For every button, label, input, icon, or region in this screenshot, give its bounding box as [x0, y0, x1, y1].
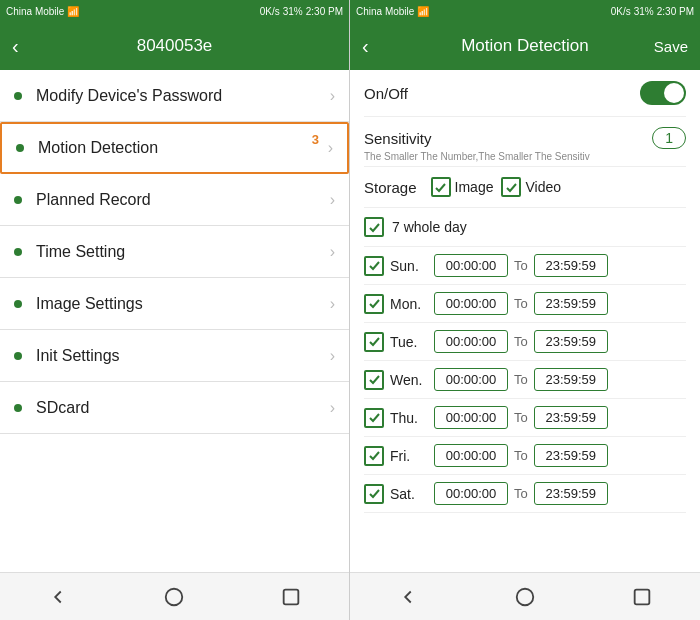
to-time-4[interactable]: 23:59:59: [534, 406, 608, 429]
sensitivity-value[interactable]: 1: [652, 127, 686, 149]
recents-nav-right[interactable]: [628, 583, 656, 611]
status-right-right: 0K/s 31% 2:30 PM: [611, 6, 694, 17]
day-checkbox-2[interactable]: [364, 332, 384, 352]
time-row-fri: Fri. 00:00:00 To 23:59:59: [364, 437, 686, 475]
signal-icon: 📶: [67, 6, 79, 17]
to-label-2: To: [514, 334, 528, 349]
chevron-init-settings: ›: [330, 347, 335, 365]
home-nav-left[interactable]: [160, 583, 188, 611]
day-checkbox-3[interactable]: [364, 370, 384, 390]
sensitivity-label: Sensitivity: [364, 130, 432, 147]
svg-point-0: [166, 588, 183, 605]
right-panel: China Mobile 📶 0K/s 31% 2:30 PM ‹ Motion…: [350, 0, 700, 620]
carrier-right: China Mobile: [356, 6, 414, 17]
to-time-6[interactable]: 23:59:59: [534, 482, 608, 505]
to-time-1[interactable]: 23:59:59: [534, 292, 608, 315]
to-time-3[interactable]: 23:59:59: [534, 368, 608, 391]
menu-item-init-settings[interactable]: Init Settings ›: [0, 330, 349, 382]
back-nav-right[interactable]: [394, 583, 422, 611]
chevron-modify-password: ›: [330, 87, 335, 105]
time-row-thu: Thu. 00:00:00 To 23:59:59: [364, 399, 686, 437]
day-checkbox-5[interactable]: [364, 446, 384, 466]
status-left: China Mobile 📶: [6, 6, 79, 17]
from-time-0[interactable]: 00:00:00: [434, 254, 508, 277]
menu-item-planned-record[interactable]: Planned Record ›: [0, 174, 349, 226]
to-time-2[interactable]: 23:59:59: [534, 330, 608, 353]
day-checkbox-4[interactable]: [364, 408, 384, 428]
status-right-left: China Mobile 📶: [356, 6, 429, 17]
video-checkbox-item[interactable]: Video: [501, 177, 561, 197]
to-time-0[interactable]: 23:59:59: [534, 254, 608, 277]
menu-label-motion-detection: Motion Detection: [38, 139, 328, 157]
day-checkbox-0[interactable]: [364, 256, 384, 276]
menu-dot-motion-detection: [16, 144, 24, 152]
left-panel: China Mobile 📶 0K/s 31% 2:30 PM ‹ 804005…: [0, 0, 350, 620]
speed-right: 0K/s: [611, 6, 631, 17]
home-nav-right[interactable]: [511, 583, 539, 611]
to-label-4: To: [514, 410, 528, 425]
from-time-2[interactable]: 00:00:00: [434, 330, 508, 353]
back-nav-left[interactable]: [44, 583, 72, 611]
day-checkbox-1[interactable]: [364, 294, 384, 314]
menu-label-time-setting: Time Setting: [36, 243, 330, 261]
time-row-mon: Mon. 00:00:00 To 23:59:59: [364, 285, 686, 323]
menu-dot-image-settings: [14, 300, 22, 308]
to-label-6: To: [514, 486, 528, 501]
from-time-1[interactable]: 00:00:00: [434, 292, 508, 315]
day-checkbox-6[interactable]: [364, 484, 384, 504]
to-label-3: To: [514, 372, 528, 387]
right-header: ‹ Motion Detection Save: [350, 22, 700, 70]
menu-item-modify-password[interactable]: Modify Device's Password ›: [0, 70, 349, 122]
right-content: On/Off Sensitivity 1 The Smaller The Num…: [350, 70, 700, 572]
sensitivity-row: Sensitivity 1 The Smaller The Number,The…: [364, 117, 686, 167]
battery-right: 31%: [634, 6, 654, 17]
image-checkbox-item[interactable]: Image: [431, 177, 494, 197]
menu-item-image-settings[interactable]: Image Settings ›: [0, 278, 349, 330]
bottom-nav-right: [350, 572, 700, 620]
from-time-6[interactable]: 00:00:00: [434, 482, 508, 505]
svg-rect-1: [283, 589, 298, 604]
video-checkbox[interactable]: [501, 177, 521, 197]
image-label: Image: [455, 179, 494, 195]
chevron-motion-detection: ›: [328, 139, 333, 157]
from-time-3[interactable]: 00:00:00: [434, 368, 508, 391]
sensitivity-hint: The Smaller The Number,The Smaller The S…: [364, 151, 686, 162]
image-checkbox[interactable]: [431, 177, 451, 197]
menu-list: Modify Device's Password › Motion Detect…: [0, 70, 349, 572]
from-time-4[interactable]: 00:00:00: [434, 406, 508, 429]
day-label-6: Sat.: [390, 486, 428, 502]
to-time-5[interactable]: 23:59:59: [534, 444, 608, 467]
left-title: 8040053e: [137, 36, 213, 56]
to-label-5: To: [514, 448, 528, 463]
chevron-time-setting: ›: [330, 243, 335, 261]
chevron-sdcard: ›: [330, 399, 335, 417]
chevron-planned-record: ›: [330, 191, 335, 209]
whole-day-checkbox[interactable]: [364, 217, 384, 237]
chevron-image-settings: ›: [330, 295, 335, 313]
svg-point-2: [517, 588, 534, 605]
onoff-label: On/Off: [364, 85, 408, 102]
storage-label: Storage: [364, 179, 417, 196]
menu-item-time-setting[interactable]: Time Setting ›: [0, 226, 349, 278]
to-label-0: To: [514, 258, 528, 273]
onoff-row: On/Off: [364, 70, 686, 117]
time-row-tue: Tue. 00:00:00 To 23:59:59: [364, 323, 686, 361]
status-bar-left: China Mobile 📶 0K/s 31% 2:30 PM: [0, 0, 349, 22]
from-time-5[interactable]: 00:00:00: [434, 444, 508, 467]
recents-nav-left[interactable]: [277, 583, 305, 611]
signal-icon-right: 📶: [417, 6, 429, 17]
menu-label-modify-password: Modify Device's Password: [36, 87, 330, 105]
menu-label-image-settings: Image Settings: [36, 295, 330, 313]
menu-item-motion-detection[interactable]: Motion Detection 3 ›: [0, 122, 349, 174]
menu-item-sdcard[interactable]: SDcard ›: [0, 382, 349, 434]
storage-row: Storage Image Video: [364, 167, 686, 208]
onoff-toggle[interactable]: [640, 81, 686, 105]
save-button[interactable]: Save: [654, 38, 688, 55]
back-button-left[interactable]: ‹: [12, 35, 19, 58]
status-right: 0K/s 31% 2:30 PM: [260, 6, 343, 17]
status-bar-right: China Mobile 📶 0K/s 31% 2:30 PM: [350, 0, 700, 22]
back-button-right[interactable]: ‹: [362, 35, 369, 58]
time-row-sun: Sun. 00:00:00 To 23:59:59: [364, 247, 686, 285]
whole-day-label: 7 whole day: [392, 219, 467, 235]
carrier-left: China Mobile: [6, 6, 64, 17]
